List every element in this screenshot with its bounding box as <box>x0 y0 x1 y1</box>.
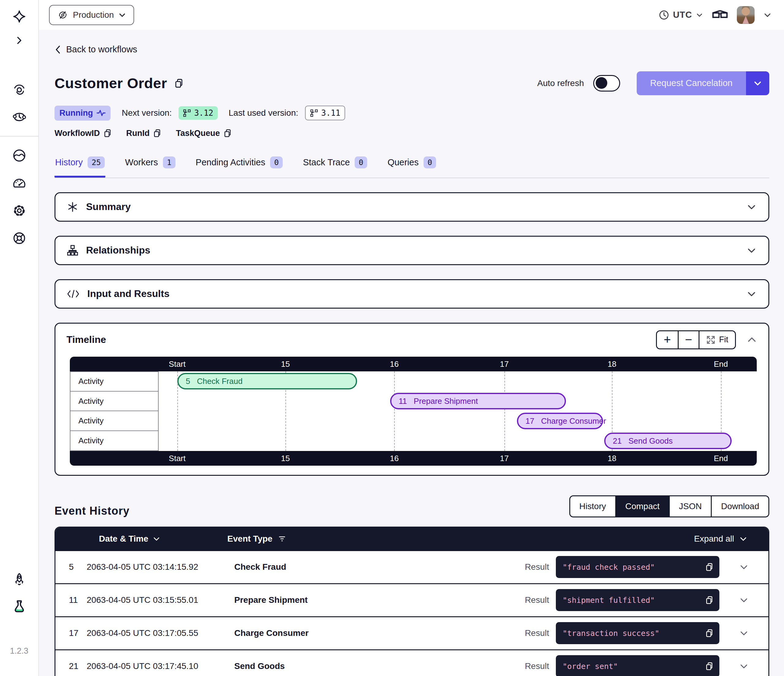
expand-all-button[interactable]: Expand all <box>694 534 748 544</box>
copy-result-button[interactable] <box>705 662 714 671</box>
expand-row-chevron[interactable] <box>719 661 768 671</box>
flask-icon <box>12 600 27 615</box>
collapse-timeline-chevron[interactable] <box>746 334 758 345</box>
hierarchy-icon <box>67 245 78 256</box>
sidebar-item-nexus[interactable] <box>9 146 29 165</box>
section-title: Input and Results <box>87 288 170 300</box>
auto-refresh-toggle[interactable] <box>593 75 620 92</box>
last-used-version-label: Last used version: <box>229 108 298 118</box>
event-type: Send Goods <box>234 661 525 671</box>
timeline-bar-prepare-shipment[interactable]: 11Prepare Shipment <box>390 393 566 409</box>
bar-event-id: 11 <box>399 396 407 406</box>
expand-row-chevron[interactable] <box>719 628 768 638</box>
result-label: Result <box>525 595 549 605</box>
back-to-workflows-link[interactable]: Back to workflows <box>54 44 137 54</box>
copy-result-button[interactable] <box>705 563 714 572</box>
timeline-bar-check-fraud[interactable]: 5Check Fraud <box>177 373 358 389</box>
summary-section[interactable]: Summary <box>54 192 769 222</box>
tab-count-badge: 1 <box>163 157 176 168</box>
view-compact-button[interactable]: Compact <box>615 496 669 516</box>
event-type: Check Fraud <box>234 562 525 572</box>
run-id-label: RunId <box>126 129 149 138</box>
result-label: Result <box>525 562 549 572</box>
relationships-section[interactable]: Relationships <box>54 236 769 265</box>
sidebar-item-settings[interactable] <box>9 201 29 221</box>
filter-icon <box>278 535 286 543</box>
user-avatar[interactable] <box>737 6 754 24</box>
axis-tick-label: 16 <box>390 359 399 368</box>
last-used-version-value: 3.11 <box>321 109 341 118</box>
sidebar-item-workflows[interactable] <box>9 79 29 99</box>
event-type: Prepare Shipment <box>234 595 525 605</box>
copy-result-button[interactable] <box>705 595 714 605</box>
event-history-table: Date & Time Event Type Expand all 5 2063… <box>54 527 769 676</box>
sidebar-item-labs[interactable] <box>9 597 29 617</box>
event-datetime: 2063-04-05 UTC 03:17:45.10 <box>87 661 234 671</box>
task-queue-label: TaskQueue <box>176 129 220 138</box>
axis-tick-label: Start <box>169 454 185 463</box>
event-datetime: 2063-04-05 UTC 03:17:05.55 <box>87 628 234 638</box>
clock-icon <box>659 10 669 20</box>
axis-tick-label: 16 <box>390 454 399 463</box>
filter-event-type[interactable]: Event Type <box>227 534 286 544</box>
axis-tick-label: End <box>714 454 728 463</box>
sidebar-item-usage[interactable] <box>9 173 29 193</box>
tab-queries[interactable]: Queries 0 <box>387 152 437 177</box>
zoom-in-button[interactable]: + <box>657 331 678 348</box>
copy-result-button[interactable] <box>705 629 714 638</box>
request-cancelation-menu-button[interactable] <box>746 71 769 95</box>
event-row-send-goods[interactable]: 21 2063-04-05 UTC 03:17:45.10 Send Goods… <box>55 650 768 676</box>
datetime-column-label: Date & Time <box>99 534 148 544</box>
chevron-down-icon <box>739 562 749 572</box>
event-row-charge-consumer[interactable]: 17 2063-04-05 UTC 03:17:05.55 Charge Con… <box>55 616 768 650</box>
sidebar-item-support[interactable] <box>9 228 29 248</box>
timeline-axis-bottom: Start 15 16 17 18 End <box>70 451 757 466</box>
result-value: "shipment fulfilled" <box>563 596 705 605</box>
glasses-button[interactable] <box>712 5 728 25</box>
sidebar-item-whats-new[interactable] <box>9 570 29 589</box>
chevron-down-icon <box>753 79 762 88</box>
fit-button[interactable]: Fit <box>698 331 735 348</box>
timezone-selector[interactable]: UTC <box>659 10 703 20</box>
sort-by-datetime[interactable]: Date & Time <box>99 534 160 544</box>
timeline-bar-charge-consumer[interactable]: 17Charge Consumer <box>517 413 603 429</box>
copy-workflow-id-button[interactable] <box>103 129 112 138</box>
event-row-check-fraud[interactable]: 5 2063-04-05 UTC 03:14:15.92 Check Fraud… <box>55 550 768 583</box>
temporal-logo <box>9 8 29 28</box>
schedules-icon <box>12 109 27 124</box>
tab-workers[interactable]: Workers 1 <box>124 152 176 177</box>
sidebar-expand-button[interactable] <box>9 31 29 50</box>
bar-event-id: 5 <box>186 376 190 386</box>
copy-task-queue-button[interactable] <box>223 129 232 138</box>
result-chip: "shipment fulfilled" <box>556 589 719 611</box>
sidebar-item-schedules[interactable] <box>9 107 29 127</box>
tab-label: Workers <box>125 157 158 168</box>
input-results-section[interactable]: Input and Results <box>54 279 769 309</box>
copy-run-id-button[interactable] <box>152 129 162 138</box>
tab-pending-activities[interactable]: Pending Activities 0 <box>195 152 283 177</box>
section-title: Summary <box>86 201 131 213</box>
namespace-selector[interactable]: Production <box>49 5 134 25</box>
expand-row-chevron[interactable] <box>719 562 768 572</box>
timeline-bar-send-goods[interactable]: 21Send Goods <box>604 433 732 449</box>
copy-workflow-name-button[interactable] <box>174 78 184 89</box>
zoom-out-button[interactable]: − <box>678 331 698 348</box>
tab-stack-trace[interactable]: Stack Trace 0 <box>302 152 368 177</box>
tab-history[interactable]: History 25 <box>54 152 105 177</box>
axis-tick-label: 18 <box>608 359 616 368</box>
view-history-button[interactable]: History <box>570 496 615 516</box>
tab-count-badge: 25 <box>87 157 105 168</box>
branch-icon <box>310 109 318 117</box>
expand-row-chevron[interactable] <box>719 595 768 605</box>
copy-icon <box>223 129 232 138</box>
request-cancelation-button[interactable]: Request Cancelation <box>637 71 746 95</box>
auto-refresh-label: Auto refresh <box>537 78 584 88</box>
result-label: Result <box>525 661 549 671</box>
download-button[interactable]: Download <box>711 496 768 516</box>
result-label: Result <box>525 628 549 638</box>
user-menu-chevron-icon[interactable] <box>763 11 772 19</box>
view-json-button[interactable]: JSON <box>669 496 711 516</box>
event-row-prepare-shipment[interactable]: 11 2063-04-05 UTC 03:15:55.01 Prepare Sh… <box>55 583 768 616</box>
app-version: 1.2.3 <box>10 646 28 656</box>
chevron-down-icon <box>746 289 757 299</box>
